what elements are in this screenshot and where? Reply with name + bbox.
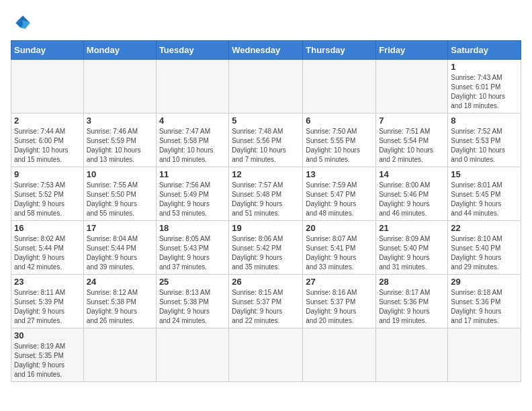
day-number: 23: [14, 277, 81, 287]
calendar-cell: 14Sunrise: 8:00 AM Sunset: 5:46 PM Dayli…: [376, 167, 448, 221]
day-info: Sunrise: 8:19 AM Sunset: 5:35 PM Dayligh…: [14, 342, 81, 379]
weekday-header-wednesday: Wednesday: [229, 41, 303, 60]
day-info: Sunrise: 8:18 AM Sunset: 5:36 PM Dayligh…: [451, 288, 518, 326]
day-number: 25: [159, 277, 226, 287]
calendar-cell: [83, 328, 156, 382]
day-number: 17: [87, 223, 153, 233]
calendar-cell: [376, 328, 448, 382]
logo-icon: [11, 11, 35, 35]
calendar-cell: 19Sunrise: 8:06 AM Sunset: 5:42 PM Dayli…: [229, 221, 303, 275]
week-row-1: 2Sunrise: 7:44 AM Sunset: 6:00 PM Daylig…: [11, 113, 521, 167]
weekday-header-tuesday: Tuesday: [156, 41, 228, 60]
calendar-cell: [11, 60, 84, 113]
day-info: Sunrise: 8:13 AM Sunset: 5:38 PM Dayligh…: [159, 288, 226, 326]
calendar-cell: 5Sunrise: 7:48 AM Sunset: 5:56 PM Daylig…: [229, 113, 303, 167]
day-info: Sunrise: 7:53 AM Sunset: 5:52 PM Dayligh…: [14, 181, 81, 218]
calendar-cell: [303, 328, 376, 382]
calendar-cell: 2Sunrise: 7:44 AM Sunset: 6:00 PM Daylig…: [11, 113, 84, 167]
calendar-cell: 28Sunrise: 8:17 AM Sunset: 5:36 PM Dayli…: [376, 275, 448, 328]
day-number: 29: [451, 277, 518, 287]
day-info: Sunrise: 7:43 AM Sunset: 6:01 PM Dayligh…: [451, 73, 518, 111]
day-info: Sunrise: 8:01 AM Sunset: 5:45 PM Dayligh…: [451, 181, 518, 218]
calendar-cell: 21Sunrise: 8:09 AM Sunset: 5:40 PM Dayli…: [376, 221, 448, 275]
day-number: 14: [379, 169, 445, 179]
day-number: 6: [306, 116, 373, 126]
day-info: Sunrise: 7:59 AM Sunset: 5:47 PM Dayligh…: [306, 181, 373, 218]
day-number: 22: [451, 223, 518, 233]
day-number: 16: [14, 223, 81, 233]
calendar-cell: 18Sunrise: 8:05 AM Sunset: 5:43 PM Dayli…: [156, 221, 228, 275]
calendar-cell: 1Sunrise: 7:43 AM Sunset: 6:01 PM Daylig…: [448, 60, 521, 113]
calendar-cell: 17Sunrise: 8:04 AM Sunset: 5:44 PM Dayli…: [83, 221, 156, 275]
day-info: Sunrise: 7:52 AM Sunset: 5:53 PM Dayligh…: [451, 127, 518, 165]
calendar-cell: [303, 60, 376, 113]
calendar-cell: 30Sunrise: 8:19 AM Sunset: 5:35 PM Dayli…: [11, 328, 84, 382]
day-info: Sunrise: 8:06 AM Sunset: 5:42 PM Dayligh…: [232, 234, 300, 272]
weekday-header-sunday: Sunday: [11, 41, 84, 60]
day-info: Sunrise: 8:15 AM Sunset: 5:37 PM Dayligh…: [232, 288, 300, 326]
calendar-cell: 22Sunrise: 8:10 AM Sunset: 5:40 PM Dayli…: [448, 221, 521, 275]
weekday-header-friday: Friday: [376, 41, 448, 60]
calendar-cell: 10Sunrise: 7:55 AM Sunset: 5:50 PM Dayli…: [83, 167, 156, 221]
calendar-cell: [229, 60, 303, 113]
day-number: 10: [87, 169, 153, 179]
day-number: 13: [306, 169, 373, 179]
day-number: 8: [451, 116, 518, 126]
calendar-cell: 4Sunrise: 7:47 AM Sunset: 5:58 PM Daylig…: [156, 113, 228, 167]
calendar-cell: 27Sunrise: 8:16 AM Sunset: 5:37 PM Dayli…: [303, 275, 376, 328]
calendar-cell: 20Sunrise: 8:07 AM Sunset: 5:41 PM Dayli…: [303, 221, 376, 275]
day-info: Sunrise: 7:57 AM Sunset: 5:48 PM Dayligh…: [232, 181, 300, 218]
day-info: Sunrise: 7:55 AM Sunset: 5:50 PM Dayligh…: [87, 181, 153, 218]
week-row-5: 30Sunrise: 8:19 AM Sunset: 5:35 PM Dayli…: [11, 328, 521, 382]
logo: [11, 11, 38, 35]
week-row-0: 1Sunrise: 7:43 AM Sunset: 6:01 PM Daylig…: [11, 60, 521, 113]
calendar-cell: 29Sunrise: 8:18 AM Sunset: 5:36 PM Dayli…: [448, 275, 521, 328]
day-info: Sunrise: 8:04 AM Sunset: 5:44 PM Dayligh…: [87, 234, 153, 272]
calendar-cell: [156, 328, 228, 382]
weekday-header-row: SundayMondayTuesdayWednesdayThursdayFrid…: [11, 41, 521, 60]
day-number: 11: [159, 169, 226, 179]
day-number: 18: [159, 223, 226, 233]
day-info: Sunrise: 7:48 AM Sunset: 5:56 PM Dayligh…: [232, 127, 300, 165]
day-number: 21: [379, 223, 445, 233]
calendar: SundayMondayTuesdayWednesdayThursdayFrid…: [11, 40, 521, 382]
day-info: Sunrise: 8:09 AM Sunset: 5:40 PM Dayligh…: [379, 234, 445, 272]
day-number: 19: [232, 223, 300, 233]
calendar-cell: 13Sunrise: 7:59 AM Sunset: 5:47 PM Dayli…: [303, 167, 376, 221]
calendar-cell: 23Sunrise: 8:11 AM Sunset: 5:39 PM Dayli…: [11, 275, 84, 328]
page-container: SundayMondayTuesdayWednesdayThursdayFrid…: [11, 11, 521, 382]
day-number: 7: [379, 116, 445, 126]
calendar-cell: [156, 60, 228, 113]
day-info: Sunrise: 8:11 AM Sunset: 5:39 PM Dayligh…: [14, 288, 81, 326]
day-number: 15: [451, 169, 518, 179]
calendar-cell: 7Sunrise: 7:51 AM Sunset: 5:54 PM Daylig…: [376, 113, 448, 167]
calendar-cell: 11Sunrise: 7:56 AM Sunset: 5:49 PM Dayli…: [156, 167, 228, 221]
calendar-cell: 24Sunrise: 8:12 AM Sunset: 5:38 PM Dayli…: [83, 275, 156, 328]
week-row-4: 23Sunrise: 8:11 AM Sunset: 5:39 PM Dayli…: [11, 275, 521, 328]
weekday-header-monday: Monday: [83, 41, 156, 60]
calendar-cell: 9Sunrise: 7:53 AM Sunset: 5:52 PM Daylig…: [11, 167, 84, 221]
day-info: Sunrise: 7:44 AM Sunset: 6:00 PM Dayligh…: [14, 127, 81, 165]
day-number: 27: [306, 277, 373, 287]
week-row-3: 16Sunrise: 8:02 AM Sunset: 5:44 PM Dayli…: [11, 221, 521, 275]
calendar-cell: 25Sunrise: 8:13 AM Sunset: 5:38 PM Dayli…: [156, 275, 228, 328]
day-info: Sunrise: 8:07 AM Sunset: 5:41 PM Dayligh…: [306, 234, 373, 272]
calendar-cell: 26Sunrise: 8:15 AM Sunset: 5:37 PM Dayli…: [229, 275, 303, 328]
day-number: 12: [232, 169, 300, 179]
day-number: 4: [159, 116, 226, 126]
week-row-2: 9Sunrise: 7:53 AM Sunset: 5:52 PM Daylig…: [11, 167, 521, 221]
day-info: Sunrise: 8:05 AM Sunset: 5:43 PM Dayligh…: [159, 234, 226, 272]
weekday-header-thursday: Thursday: [303, 41, 376, 60]
day-info: Sunrise: 8:12 AM Sunset: 5:38 PM Dayligh…: [87, 288, 153, 326]
calendar-cell: [229, 328, 303, 382]
day-info: Sunrise: 8:10 AM Sunset: 5:40 PM Dayligh…: [451, 234, 518, 272]
day-info: Sunrise: 8:17 AM Sunset: 5:36 PM Dayligh…: [379, 288, 445, 326]
day-info: Sunrise: 7:46 AM Sunset: 5:59 PM Dayligh…: [87, 127, 153, 165]
day-number: 5: [232, 116, 300, 126]
day-number: 9: [14, 169, 81, 179]
day-info: Sunrise: 7:50 AM Sunset: 5:55 PM Dayligh…: [306, 127, 373, 165]
day-number: 3: [87, 116, 153, 126]
day-info: Sunrise: 8:00 AM Sunset: 5:46 PM Dayligh…: [379, 181, 445, 218]
calendar-cell: [376, 60, 448, 113]
weekday-header-saturday: Saturday: [448, 41, 521, 60]
